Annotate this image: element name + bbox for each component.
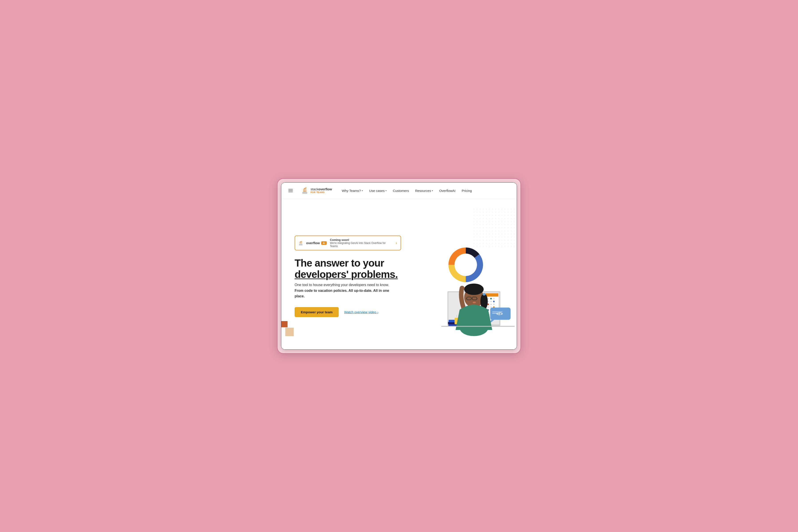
- svg-rect-2: [303, 191, 307, 192]
- main-content: overflow AI Coming soon! We're integrati…: [281, 199, 517, 349]
- svg-point-20: [493, 301, 495, 302]
- svg-rect-37: [492, 313, 499, 314]
- svg-rect-4: [303, 188, 307, 190]
- navigation: stackoverflow FOR TEAMS Why Teams? ▾ Use…: [281, 183, 517, 199]
- nav-pricing[interactable]: Pricing: [462, 189, 472, 193]
- hero-subtext: One tool to house everything your develo…: [295, 282, 396, 299]
- svg-point-15: [493, 298, 495, 299]
- person-hand: [460, 286, 465, 291]
- ai-banner-content: Coming soon! We're integrating GenAI int…: [330, 238, 393, 248]
- nav-resources[interactable]: Resources ▾: [415, 189, 433, 193]
- nav-customers[interactable]: Customers: [393, 189, 409, 193]
- person-mouth: [472, 302, 476, 303]
- svg-point-19: [490, 301, 492, 302]
- outer-frame: stackoverflow FOR TEAMS Why Teams? ▾ Use…: [277, 178, 521, 354]
- browser-window: stackoverflow FOR TEAMS Why Teams? ▾ Use…: [281, 182, 517, 350]
- logo-icon: [301, 187, 309, 194]
- hero-svg: </>: [411, 221, 517, 349]
- watch-video-link[interactable]: Watch overview video ›: [344, 310, 378, 314]
- overflow-ai-banner[interactable]: overflow AI Coming soon! We're integrati…: [295, 235, 401, 250]
- nav-use-cases[interactable]: Use cases ▾: [369, 189, 387, 193]
- logo[interactable]: stackoverflow FOR TEAMS: [301, 187, 332, 194]
- person-hair-top: [464, 284, 484, 295]
- chevron-down-icon: ▾: [362, 189, 363, 192]
- svg-point-24: [490, 304, 492, 305]
- donut-center: [454, 254, 477, 276]
- nav-why-teams[interactable]: Why Teams? ▾: [342, 189, 363, 193]
- hero-section: overflow AI Coming soon! We're integrati…: [281, 208, 411, 349]
- empower-team-button[interactable]: Empower your team: [295, 307, 339, 317]
- hero-illustration: </>: [411, 208, 517, 349]
- ai-description: We're integrating GenAI into Stack Overf…: [330, 242, 393, 248]
- ai-badge: overflow AI: [299, 241, 327, 246]
- svg-point-14: [490, 298, 492, 299]
- illustration-container: </>: [411, 208, 517, 349]
- svg-rect-8: [299, 243, 302, 243]
- logo-for-teams: FOR TEAMS: [311, 191, 332, 194]
- hamburger-menu[interactable]: [289, 189, 293, 192]
- hair-tie: [483, 293, 486, 296]
- svg-rect-36: [492, 311, 502, 312]
- svg-rect-7: [299, 245, 302, 245]
- svg-rect-10: [300, 241, 302, 242]
- svg-rect-6: [299, 244, 302, 245]
- hero-heading: The answer to your developers' problems.: [295, 258, 411, 280]
- overflow-ai-logo-icon: [299, 241, 305, 246]
- chevron-down-icon: ▾: [386, 189, 387, 192]
- nav-overflow-ai[interactable]: OverflowAI: [439, 189, 455, 193]
- svg-point-28: [487, 306, 489, 308]
- desk-line: [441, 326, 515, 327]
- logo-text: stackoverflow FOR TEAMS: [311, 187, 332, 194]
- donut-chart: [448, 247, 483, 282]
- svg-rect-1: [302, 193, 307, 194]
- ai-coming-soon: Coming soon!: [330, 238, 393, 242]
- svg-point-25: [493, 304, 495, 305]
- logo-stack-overflow: stackoverflow: [311, 187, 332, 191]
- svg-rect-9: [299, 242, 302, 243]
- svg-rect-3: [303, 190, 307, 191]
- ai-badge-label: AI: [321, 241, 327, 245]
- svg-rect-0: [302, 192, 307, 193]
- cta-row: Empower your team Watch overview video ›: [295, 307, 411, 317]
- ai-banner-arrow-icon: ›: [396, 241, 397, 245]
- nav-links: Why Teams? ▾ Use cases ▾ Customers Resou…: [342, 189, 509, 193]
- chevron-down-icon: ▾: [432, 189, 433, 192]
